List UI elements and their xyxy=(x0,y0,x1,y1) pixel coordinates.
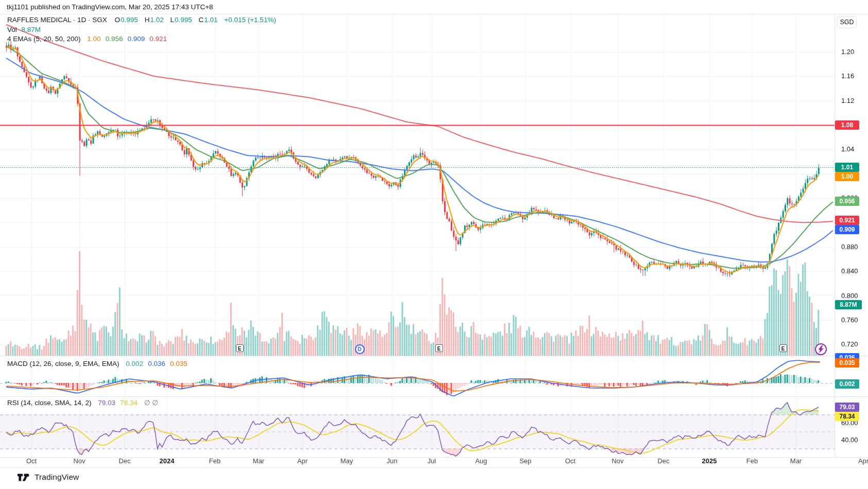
price-badge: 78.34 xyxy=(835,412,859,421)
price-tick-label: 1.12 xyxy=(841,97,854,104)
price-tick-label: 1.20 xyxy=(841,48,854,56)
price-badge: 0.002 xyxy=(835,379,859,389)
price-tick-label: 1.04 xyxy=(841,145,854,153)
price-tick-label: 1.16 xyxy=(841,72,854,80)
earnings-marker[interactable]: E xyxy=(435,344,443,352)
price-tick-label: 0.880 xyxy=(841,243,858,251)
indicator-value: 0.909 xyxy=(127,35,145,43)
time-tick-label: Sep xyxy=(514,457,537,465)
time-tick-label: Feb xyxy=(741,457,763,465)
rsi-values: 79.0378.34 xyxy=(93,399,138,407)
indicator-value: 78.34 xyxy=(120,399,138,407)
price-tick-label: 0.760 xyxy=(841,316,858,324)
tradingview-brand-text: TradingView xyxy=(35,473,79,482)
time-tick-label: Oct xyxy=(20,457,43,465)
price-badge: 79.03 xyxy=(835,403,859,412)
time-tick-label: Dec xyxy=(113,457,136,465)
lightning-icon xyxy=(818,345,824,353)
price-badge: 0.921 xyxy=(835,216,859,225)
time-tick-label: Apr xyxy=(291,457,314,465)
emas-label: 4 EMAs (5, 20, 50, 200) xyxy=(7,35,81,43)
lightning-button[interactable] xyxy=(815,343,827,355)
time-tick-label: Feb xyxy=(203,457,226,465)
close-value: 1.01 xyxy=(204,16,217,24)
legend-macd-row: MACD (12, 26, close, 9, EMA, EMA) 0.0020… xyxy=(7,360,188,368)
open-label: O xyxy=(115,16,121,24)
time-tick-label: Nov xyxy=(68,457,91,465)
indicator-value: 1.00 xyxy=(87,35,100,43)
volume-value: 8.87M xyxy=(22,26,41,33)
change-value: +0.015 (+1.51%) xyxy=(224,16,276,24)
indicator-value: 0.036 xyxy=(148,360,165,368)
emas-values: 1.000.9560.9090.921 xyxy=(82,35,167,43)
legend-volume-row: Vol 8.87M xyxy=(7,26,41,33)
time-tick-label: Mar xyxy=(247,457,270,465)
low-label: L xyxy=(170,16,174,24)
price-badge: 0.909 xyxy=(835,225,859,234)
time-tick-label: Mar xyxy=(785,457,807,465)
close-label: C xyxy=(199,16,204,24)
open-value: 0.995 xyxy=(121,16,138,24)
time-tick-label: 2024 xyxy=(156,457,178,465)
time-tick-label: Oct xyxy=(559,457,582,465)
time-tick-label: 2025 xyxy=(698,457,721,465)
low-value: 0.995 xyxy=(175,16,192,24)
price-tick-label: 40.00 xyxy=(841,436,858,444)
price-tick-label: 0.800 xyxy=(841,292,858,300)
time-tick-label: Aug xyxy=(470,457,492,465)
attribution-bar: tkj1101 published on TradingView.com, Ma… xyxy=(7,3,213,11)
indicator-value: 0.035 xyxy=(170,360,188,368)
rsi-label: RSI (14, close, SMA, 14, 2) xyxy=(7,399,92,407)
price-badge: 0.956 xyxy=(835,197,859,206)
attribution-text: tkj1101 published on TradingView.com, Ma… xyxy=(7,3,213,11)
currency-selector[interactable]: SGD xyxy=(837,16,857,28)
macd-label: MACD (12, 26, close, 9, EMA, EMA) xyxy=(7,360,120,368)
time-tick-label: May xyxy=(335,457,358,465)
macd-values: 0.0020.0360.035 xyxy=(121,360,187,368)
price-badge: 1.08 xyxy=(835,120,859,130)
volume-label: Vol xyxy=(7,26,17,33)
symbol-title: RAFFLES MEDICAL · 1D · SGX xyxy=(7,16,107,24)
indicator-value: 0.002 xyxy=(126,360,143,368)
earnings-marker[interactable]: E xyxy=(779,344,787,352)
price-badge: 1.00 xyxy=(835,172,859,181)
rsi-empty-values: ∅ ∅ xyxy=(144,399,158,407)
tradingview-logo-icon xyxy=(18,473,31,482)
legend-emas-row: 4 EMAs (5, 20, 50, 200) 1.000.9560.9090.… xyxy=(7,35,167,43)
legend-rsi-row: RSI (14, close, SMA, 14, 2) 79.0378.34 ∅… xyxy=(7,398,158,407)
earnings-marker[interactable]: E xyxy=(236,344,244,352)
indicator-value: 0.956 xyxy=(106,35,123,43)
legend-symbol-row: RAFFLES MEDICAL · 1D · SGX O0.995 H1.02 … xyxy=(7,16,276,24)
high-value: 1.02 xyxy=(150,16,163,24)
indicator-value: 0.921 xyxy=(149,35,167,43)
chart-canvas[interactable] xyxy=(0,0,868,489)
time-tick-label: Jun xyxy=(381,457,403,465)
price-tick-label: 0.840 xyxy=(841,267,858,275)
tradingview-published-chart: tkj1101 published on TradingView.com, Ma… xyxy=(0,0,868,489)
price-badge: 8.87M xyxy=(835,300,862,309)
price-tick-label: 0.720 xyxy=(841,340,858,348)
price-badge: 1.01 xyxy=(835,163,859,172)
time-tick-label: Nov xyxy=(606,457,629,465)
footer-brand[interactable]: TradingView xyxy=(18,473,79,482)
time-tick-label: Apr xyxy=(852,457,868,465)
price-badge: 0.035 xyxy=(835,358,859,368)
time-tick-label: Jul xyxy=(420,457,443,465)
high-label: H xyxy=(145,16,150,24)
time-tick-label: Dec xyxy=(652,457,675,465)
dividend-marker[interactable]: D xyxy=(355,344,365,354)
indicator-value: 79.03 xyxy=(98,399,115,407)
